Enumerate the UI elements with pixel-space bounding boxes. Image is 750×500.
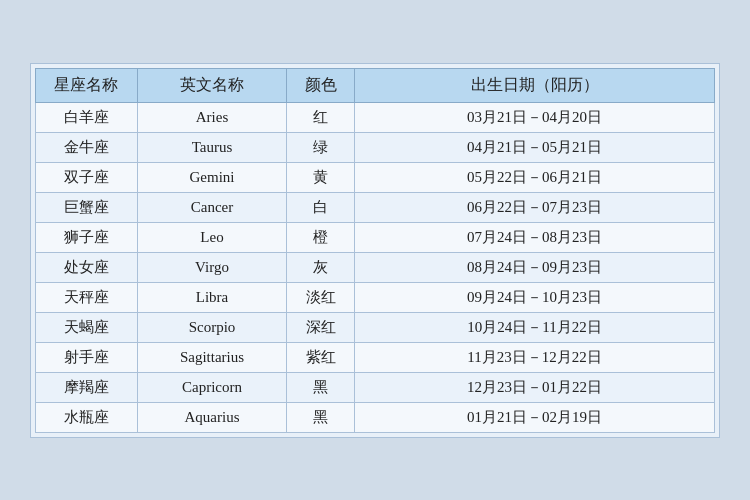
header-color: 颜色 <box>287 68 355 102</box>
cell-en: Aries <box>137 102 286 132</box>
cell-color: 红 <box>287 102 355 132</box>
cell-zh: 摩羯座 <box>36 372 138 402</box>
cell-en: Taurus <box>137 132 286 162</box>
cell-date: 04月21日－05月21日 <box>355 132 715 162</box>
table-row: 摩羯座Capricorn黑12月23日－01月22日 <box>36 372 715 402</box>
cell-date: 01月21日－02月19日 <box>355 402 715 432</box>
cell-en: Cancer <box>137 192 286 222</box>
cell-color: 深红 <box>287 312 355 342</box>
cell-color: 白 <box>287 192 355 222</box>
cell-zh: 射手座 <box>36 342 138 372</box>
cell-color: 黄 <box>287 162 355 192</box>
cell-zh: 白羊座 <box>36 102 138 132</box>
cell-en: Gemini <box>137 162 286 192</box>
table-row: 处女座Virgo灰08月24日－09月23日 <box>36 252 715 282</box>
cell-zh: 巨蟹座 <box>36 192 138 222</box>
cell-color: 黑 <box>287 372 355 402</box>
cell-zh: 天蝎座 <box>36 312 138 342</box>
cell-zh: 金牛座 <box>36 132 138 162</box>
cell-color: 淡红 <box>287 282 355 312</box>
cell-date: 08月24日－09月23日 <box>355 252 715 282</box>
table-row: 金牛座Taurus绿04月21日－05月21日 <box>36 132 715 162</box>
cell-color: 黑 <box>287 402 355 432</box>
cell-en: Capricorn <box>137 372 286 402</box>
cell-zh: 双子座 <box>36 162 138 192</box>
cell-zh: 狮子座 <box>36 222 138 252</box>
cell-color: 绿 <box>287 132 355 162</box>
cell-zh: 处女座 <box>36 252 138 282</box>
cell-date: 11月23日－12月22日 <box>355 342 715 372</box>
cell-en: Sagittarius <box>137 342 286 372</box>
table-row: 水瓶座Aquarius黑01月21日－02月19日 <box>36 402 715 432</box>
cell-zh: 天秤座 <box>36 282 138 312</box>
cell-date: 03月21日－04月20日 <box>355 102 715 132</box>
header-zh: 星座名称 <box>36 68 138 102</box>
header-en: 英文名称 <box>137 68 286 102</box>
table-row: 狮子座Leo橙07月24日－08月23日 <box>36 222 715 252</box>
table-row: 天蝎座Scorpio深红10月24日－11月22日 <box>36 312 715 342</box>
cell-zh: 水瓶座 <box>36 402 138 432</box>
cell-en: Scorpio <box>137 312 286 342</box>
header-date: 出生日期（阳历） <box>355 68 715 102</box>
cell-date: 09月24日－10月23日 <box>355 282 715 312</box>
table-header-row: 星座名称 英文名称 颜色 出生日期（阳历） <box>36 68 715 102</box>
table-row: 白羊座Aries红03月21日－04月20日 <box>36 102 715 132</box>
cell-en: Libra <box>137 282 286 312</box>
cell-en: Leo <box>137 222 286 252</box>
cell-date: 06月22日－07月23日 <box>355 192 715 222</box>
cell-en: Virgo <box>137 252 286 282</box>
cell-date: 07月24日－08月23日 <box>355 222 715 252</box>
cell-color: 灰 <box>287 252 355 282</box>
cell-date: 10月24日－11月22日 <box>355 312 715 342</box>
table-row: 天秤座Libra淡红09月24日－10月23日 <box>36 282 715 312</box>
cell-date: 12月23日－01月22日 <box>355 372 715 402</box>
zodiac-table-container: 星座名称 英文名称 颜色 出生日期（阳历） 白羊座Aries红03月21日－04… <box>30 63 720 438</box>
table-row: 双子座Gemini黄05月22日－06月21日 <box>36 162 715 192</box>
table-row: 巨蟹座Cancer白06月22日－07月23日 <box>36 192 715 222</box>
cell-color: 橙 <box>287 222 355 252</box>
zodiac-table: 星座名称 英文名称 颜色 出生日期（阳历） 白羊座Aries红03月21日－04… <box>35 68 715 433</box>
cell-color: 紫红 <box>287 342 355 372</box>
cell-date: 05月22日－06月21日 <box>355 162 715 192</box>
table-row: 射手座Sagittarius紫红11月23日－12月22日 <box>36 342 715 372</box>
cell-en: Aquarius <box>137 402 286 432</box>
